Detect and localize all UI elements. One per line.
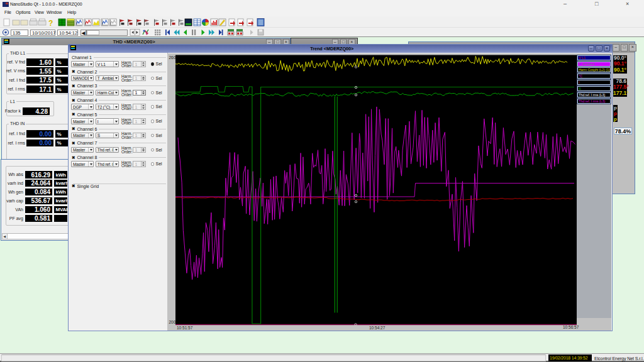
svg-text:10:51:57: 10:51:57 [177, 326, 193, 330]
svg-text:10:56:57: 10:56:57 [563, 325, 579, 329]
svg-text:200: 200 [169, 320, 176, 324]
svg-text:10:54:27: 10:54:27 [369, 325, 386, 329]
svg-text:260: 260 [169, 55, 176, 60]
